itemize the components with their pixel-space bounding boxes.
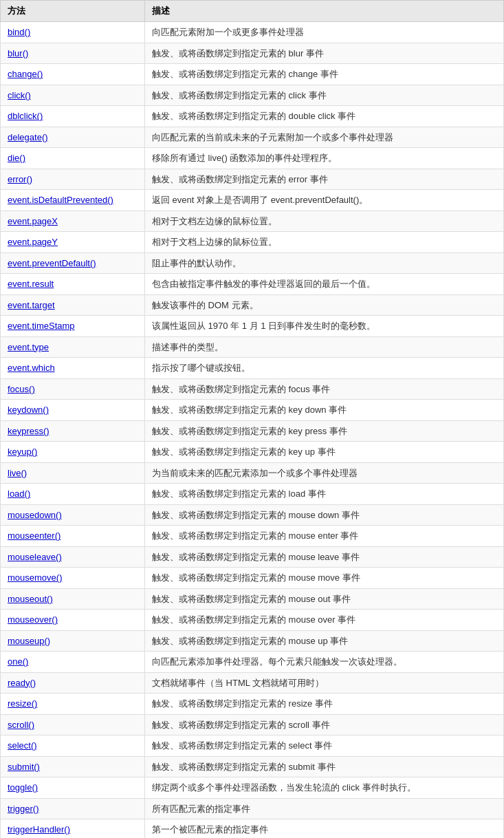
- method-link[interactable]: triggerHandler(): [8, 824, 70, 835]
- desc-cell: 触发、或将函数绑定到指定元素的 key press 事件: [145, 420, 504, 442]
- method-link[interactable]: select(): [8, 740, 37, 751]
- desc-cell: 触发、或将函数绑定到指定元素的 double click 事件: [145, 106, 504, 127]
- method-link[interactable]: change(): [8, 69, 43, 79]
- method-cell[interactable]: bind(): [1, 22, 145, 43]
- method-cell[interactable]: event.target: [1, 294, 145, 316]
- method-cell[interactable]: event.which: [1, 358, 145, 379]
- table-row: select()触发、或将函数绑定到指定元素的 select 事件: [1, 735, 504, 757]
- method-cell[interactable]: trigger(): [1, 798, 145, 819]
- method-cell[interactable]: click(): [1, 85, 145, 106]
- method-link[interactable]: event.which: [8, 363, 55, 373]
- table-row: event.result包含由被指定事件触发的事件处理器返回的最后一个值。: [1, 274, 504, 295]
- method-cell[interactable]: mouseleave(): [1, 546, 145, 568]
- desc-cell: 触发、或将函数绑定到指定元素的 error 事件: [145, 169, 504, 190]
- method-cell[interactable]: delegate(): [1, 127, 145, 148]
- table-row: trigger()所有匹配元素的指定事件: [1, 798, 504, 819]
- method-link[interactable]: mouseleave(): [8, 552, 62, 562]
- method-cell[interactable]: event.result: [1, 274, 145, 295]
- method-link[interactable]: mouseenter(): [8, 530, 61, 541]
- method-link[interactable]: error(): [8, 174, 32, 184]
- method-link[interactable]: resize(): [8, 698, 37, 709]
- method-link[interactable]: ready(): [8, 678, 36, 688]
- method-link[interactable]: event.result: [8, 279, 54, 289]
- method-link[interactable]: load(): [8, 488, 30, 499]
- method-cell[interactable]: dblclick(): [1, 106, 145, 127]
- method-cell[interactable]: ready(): [1, 672, 145, 694]
- method-cell[interactable]: select(): [1, 735, 145, 757]
- method-cell[interactable]: die(): [1, 148, 145, 169]
- method-link[interactable]: toggle(): [8, 782, 38, 793]
- method-link[interactable]: event.target: [8, 300, 55, 310]
- method-link[interactable]: mousemove(): [8, 572, 62, 583]
- method-cell[interactable]: change(): [1, 64, 145, 85]
- method-link[interactable]: bind(): [8, 27, 30, 37]
- method-cell[interactable]: mouseenter(): [1, 526, 145, 547]
- method-cell[interactable]: event.pageX: [1, 211, 145, 232]
- desc-cell: 相对于文档上边缘的鼠标位置。: [145, 232, 504, 253]
- method-cell[interactable]: submit(): [1, 756, 145, 777]
- method-cell[interactable]: event.preventDefault(): [1, 253, 145, 274]
- method-cell[interactable]: mousemove(): [1, 568, 145, 589]
- method-cell[interactable]: resize(): [1, 694, 145, 715]
- desc-cell: 文档就绪事件（当 HTML 文档就绪可用时）: [145, 672, 504, 694]
- table-row: event.target触发该事件的 DOM 元素。: [1, 294, 504, 316]
- method-cell[interactable]: scroll(): [1, 714, 145, 735]
- table-row: toggle()绑定两个或多个事件处理器函数，当发生轮流的 click 事件时执…: [1, 777, 504, 799]
- method-cell[interactable]: mouseover(): [1, 610, 145, 631]
- method-cell[interactable]: one(): [1, 652, 145, 673]
- method-cell[interactable]: event.timeStamp: [1, 316, 145, 337]
- method-cell[interactable]: keyup(): [1, 442, 145, 463]
- desc-cell: 触发、或将函数绑定到指定元素的 focus 事件: [145, 378, 504, 400]
- method-link[interactable]: keypress(): [8, 426, 50, 436]
- method-cell[interactable]: mousedown(): [1, 504, 145, 526]
- method-link[interactable]: blur(): [8, 48, 28, 58]
- method-cell[interactable]: toggle(): [1, 777, 145, 799]
- table-row: event.isDefaultPrevented()返回 event 对象上是否…: [1, 190, 504, 211]
- method-cell[interactable]: event.type: [1, 336, 145, 358]
- method-link[interactable]: event.isDefaultPrevented(): [8, 195, 113, 205]
- method-link[interactable]: mouseover(): [8, 614, 58, 625]
- method-link[interactable]: submit(): [8, 762, 40, 772]
- method-link[interactable]: click(): [8, 90, 31, 100]
- method-cell[interactable]: event.pageY: [1, 232, 145, 253]
- method-link[interactable]: live(): [8, 468, 27, 478]
- method-link[interactable]: keydown(): [8, 405, 49, 415]
- method-cell[interactable]: keydown(): [1, 400, 145, 421]
- method-link[interactable]: event.pageY: [8, 237, 58, 247]
- table-row: keypress()触发、或将函数绑定到指定元素的 key press 事件: [1, 420, 504, 442]
- method-link[interactable]: trigger(): [8, 804, 39, 814]
- method-cell[interactable]: load(): [1, 484, 145, 505]
- method-cell[interactable]: blur(): [1, 43, 145, 64]
- table-row: click()触发、或将函数绑定到指定元素的 click 事件: [1, 85, 504, 106]
- method-link[interactable]: mouseout(): [8, 594, 53, 604]
- table-row: event.type描述事件的类型。: [1, 336, 504, 358]
- method-cell[interactable]: live(): [1, 462, 145, 484]
- method-link[interactable]: die(): [8, 153, 25, 163]
- table-row: event.timeStamp该属性返回从 1970 年 1 月 1 日到事件发…: [1, 316, 504, 337]
- method-link[interactable]: event.pageX: [8, 216, 58, 226]
- method-link[interactable]: one(): [8, 656, 28, 667]
- method-link[interactable]: event.timeStamp: [8, 321, 75, 331]
- method-link[interactable]: scroll(): [8, 720, 34, 730]
- table-row: delegate()向匹配元素的当前或未来的子元素附加一个或多个事件处理器: [1, 127, 504, 148]
- method-link[interactable]: delegate(): [8, 132, 48, 142]
- method-link[interactable]: mouseup(): [8, 636, 50, 646]
- method-link[interactable]: event.preventDefault(): [8, 258, 96, 268]
- desc-cell: 触发、或将函数绑定到指定元素的 scroll 事件: [145, 714, 504, 735]
- method-cell[interactable]: triggerHandler(): [1, 819, 145, 839]
- method-cell[interactable]: error(): [1, 169, 145, 190]
- method-link[interactable]: focus(): [8, 384, 35, 394]
- method-link[interactable]: mousedown(): [8, 510, 62, 520]
- desc-cell: 第一个被匹配元素的指定事件: [145, 819, 504, 839]
- desc-cell: 返回 event 对象上是否调用了 event.preventDefault()…: [145, 190, 504, 211]
- method-link[interactable]: keyup(): [8, 447, 37, 457]
- method-cell[interactable]: mouseup(): [1, 630, 145, 652]
- method-link[interactable]: dblclick(): [8, 111, 43, 121]
- method-cell[interactable]: event.isDefaultPrevented(): [1, 190, 145, 211]
- method-cell[interactable]: focus(): [1, 378, 145, 400]
- method-link[interactable]: event.type: [8, 342, 49, 352]
- table-row: live()为当前或未来的匹配元素添加一个或多个事件处理器: [1, 462, 504, 484]
- table-row: mouseout()触发、或将函数绑定到指定元素的 mouse out 事件: [1, 588, 504, 610]
- method-cell[interactable]: keypress(): [1, 420, 145, 442]
- method-cell[interactable]: mouseout(): [1, 588, 145, 610]
